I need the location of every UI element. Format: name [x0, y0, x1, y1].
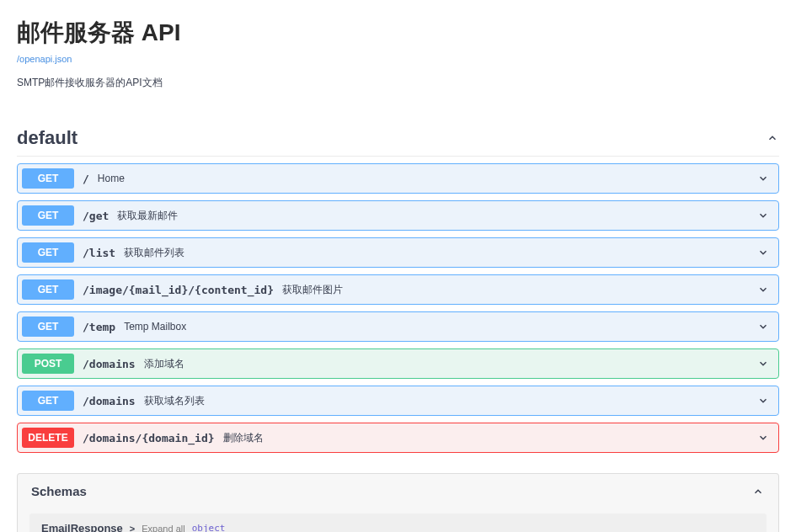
schemas-list: EmailResponse>Expand allobjectHTTPValida…	[18, 513, 778, 532]
schemas-section: Schemas EmailResponse>Expand allobjectHT…	[17, 473, 779, 532]
method-badge: DELETE	[22, 428, 74, 448]
operation-path: /temp	[83, 321, 115, 333]
chevron-down-icon	[756, 357, 770, 370]
operation-summary: 添加域名	[144, 357, 756, 371]
operation-summary: 获取邮件图片	[282, 283, 756, 297]
chevron-down-icon	[756, 209, 770, 222]
schema-row[interactable]: EmailResponse>Expand allobject	[29, 513, 767, 532]
operation-row[interactable]: POST/domains添加域名	[17, 348, 779, 379]
method-badge: GET	[22, 317, 74, 337]
operation-row[interactable]: GET/domains获取域名列表	[17, 386, 779, 416]
method-badge: GET	[22, 168, 74, 189]
schemas-title: Schemas	[31, 484, 87, 498]
operation-row[interactable]: GET/image/{mail_id}/{content_id}获取邮件图片	[17, 274, 779, 305]
operation-row[interactable]: GET/tempTemp Mailbox	[17, 311, 779, 342]
tag-header[interactable]: default	[17, 120, 779, 157]
chevron-down-icon	[756, 320, 770, 333]
chevron-down-icon	[756, 431, 770, 444]
api-description: SMTP邮件接收服务器的API文档	[17, 76, 779, 90]
operation-row[interactable]: DELETE/domains/{domain_id}删除域名	[17, 423, 779, 453]
method-badge: POST	[22, 354, 74, 374]
tag-name: default	[17, 127, 77, 149]
operation-summary: 获取邮件列表	[124, 246, 756, 260]
operation-path: /get	[83, 210, 109, 222]
operation-row[interactable]: GET/get获取最新邮件	[17, 200, 779, 231]
schemas-header[interactable]: Schemas	[18, 474, 778, 508]
operation-summary: Temp Mailbox	[124, 321, 756, 332]
schema-name: EmailResponse	[41, 522, 123, 532]
operations-list: GET/HomeGET/get获取最新邮件GET/list获取邮件列表GET/i…	[17, 163, 779, 453]
operation-path: /domains/{domain_id}	[83, 432, 215, 444]
operation-path: /domains	[83, 395, 136, 407]
openapi-spec-link[interactable]: /openapi.json	[17, 54, 72, 64]
operation-summary: 获取最新邮件	[117, 209, 756, 223]
type-object-label: object	[192, 523, 226, 532]
method-badge: GET	[22, 205, 74, 226]
operation-row[interactable]: GET/Home	[17, 163, 779, 194]
method-badge: GET	[22, 242, 74, 263]
operation-row[interactable]: GET/list获取邮件列表	[17, 237, 779, 268]
chevron-down-icon	[756, 246, 770, 259]
chevron-down-icon	[756, 283, 770, 296]
tag-section-default: default GET/HomeGET/get获取最新邮件GET/list获取邮…	[17, 120, 779, 453]
chevron-right-icon: >	[130, 524, 135, 533]
operation-summary: Home	[98, 173, 756, 184]
method-badge: GET	[22, 391, 74, 411]
method-badge: GET	[22, 279, 74, 300]
chevron-up-icon	[751, 485, 765, 498]
operation-path: /domains	[83, 358, 136, 370]
operation-path: /list	[83, 247, 115, 259]
operation-summary: 获取域名列表	[144, 394, 756, 408]
chevron-down-icon	[756, 172, 770, 185]
api-title: 邮件服务器 API	[17, 17, 779, 49]
operation-path: /	[83, 173, 89, 185]
operation-summary: 删除域名	[223, 431, 756, 445]
expand-all-label[interactable]: Expand all	[142, 524, 184, 533]
chevron-up-icon	[766, 131, 779, 145]
page-header: 邮件服务器 API /openapi.json SMTP邮件接收服务器的API文…	[17, 17, 779, 90]
chevron-down-icon	[756, 394, 770, 407]
operation-path: /image/{mail_id}/{content_id}	[83, 284, 274, 296]
